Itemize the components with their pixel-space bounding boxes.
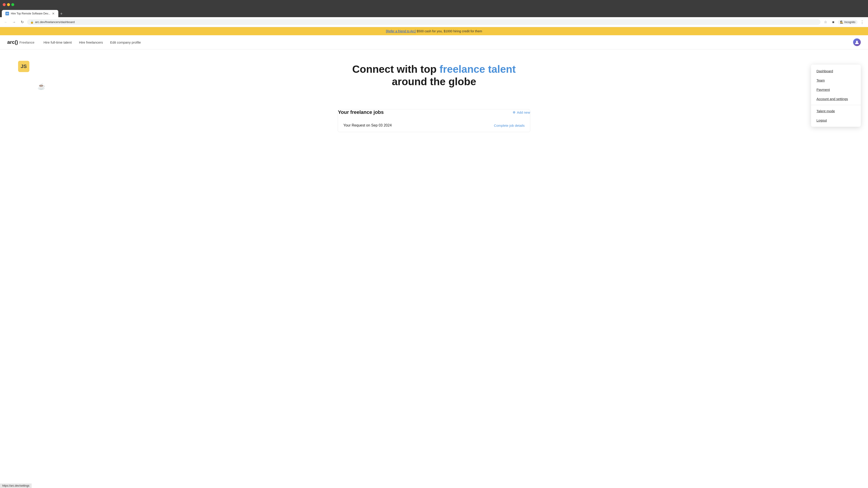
extensions-button[interactable]: ■ (830, 19, 836, 25)
job-title: Your Request on Sep 03 2024 (343, 123, 392, 127)
maximize-window-button[interactable] (11, 3, 14, 6)
logo-arc-text: arc() (7, 39, 18, 45)
jobs-card: Your freelance jobs ⊕ Add new Your Reque… (338, 109, 530, 132)
svg-point-0 (856, 41, 858, 42)
jobs-header: Your freelance jobs ⊕ Add new (338, 109, 530, 119)
window-controls (3, 3, 14, 6)
user-dropdown-menu: Dashboard Team Payment Account and setti… (811, 65, 861, 127)
minimize-window-button[interactable] (7, 3, 10, 6)
dropdown-item-logout[interactable]: Logout (811, 116, 861, 125)
complete-job-details-link[interactable]: Complete job details (494, 124, 525, 127)
hero-text-line2: around the globe (392, 76, 476, 88)
back-button[interactable]: ← (3, 19, 9, 25)
close-window-button[interactable] (3, 3, 6, 6)
dropdown-item-talent-mode[interactable]: Talent mode (811, 106, 861, 116)
tab-title: Hire Top Remote Software Dev... (11, 12, 50, 15)
new-tab-button[interactable]: + (58, 11, 64, 17)
nav-hire-freelancers[interactable]: Hire freelancers (79, 40, 103, 44)
tab-bar: JS Hire Top Remote Software Dev... ✕ + (0, 9, 868, 17)
browser-titlebar (0, 0, 868, 9)
user-avatar-icon (855, 40, 859, 44)
active-tab[interactable]: JS Hire Top Remote Software Dev... ✕ (2, 10, 58, 17)
js-icon: JS (18, 61, 29, 72)
referral-link[interactable]: [Refer a friend to Arc] (386, 29, 416, 33)
tab-favicon: JS (5, 12, 9, 15)
browser-nav: ← → ↻ 🔒 arc.dev/freelancers/dashboard ☆ … (0, 17, 868, 27)
incognito-icon: 🕵 (840, 21, 843, 24)
incognito-label: Incognito (844, 21, 855, 24)
browser-nav-right: ☆ ■ 🕵 Incognito ⋮ (822, 19, 865, 25)
hero-section: JS ☕ Connect with top freelance talent a… (0, 50, 868, 104)
site-logo[interactable]: arc() Freelance (7, 39, 34, 45)
dropdown-item-account-settings[interactable]: Account and settings (811, 94, 861, 103)
forward-button[interactable]: → (11, 19, 17, 25)
main-nav: Hire full-time talent Hire freelancers E… (43, 40, 853, 44)
add-new-label: Add new (517, 110, 530, 114)
refresh-button[interactable]: ↻ (19, 19, 25, 25)
nav-hire-fulltime[interactable]: Hire full-time talent (43, 40, 72, 44)
address-bar[interactable]: 🔒 arc.dev/freelancers/dashboard (27, 19, 820, 25)
browser-menu-button[interactable]: ⋮ (859, 19, 865, 25)
incognito-badge[interactable]: 🕵 Incognito (838, 20, 858, 24)
dropdown-item-payment[interactable]: Payment (811, 85, 861, 94)
dropdown-item-dashboard[interactable]: Dashboard (811, 66, 861, 76)
nav-edit-company[interactable]: Edit company profile (110, 40, 141, 44)
logo-freelance-label: Freelance (20, 40, 35, 44)
table-row: Your Request on Sep 03 2024 Complete job… (338, 119, 530, 132)
website-content: [Refer a friend to Arc] $500 cash for yo… (0, 27, 868, 138)
ssl-icon: 🔒 (30, 21, 34, 24)
site-header: arc() Freelance Hire full-time talent Hi… (0, 35, 868, 50)
dropdown-divider (811, 105, 861, 105)
url-text: arc.dev/freelancers/dashboard (35, 20, 75, 24)
bookmark-button[interactable]: ☆ (822, 19, 829, 25)
hero-text-prefix: Connect with top (352, 63, 439, 75)
add-new-job-button[interactable]: ⊕ Add new (513, 110, 530, 114)
hero-text-highlight: freelance talent (439, 63, 516, 75)
jobs-section: Your freelance jobs ⊕ Add new Your Reque… (332, 104, 536, 138)
tab-close-button[interactable]: ✕ (52, 12, 55, 15)
hero-heading: Connect with top freelance talent around… (7, 63, 861, 88)
promo-banner: [Refer a friend to Arc] $500 cash for yo… (0, 27, 868, 35)
user-avatar[interactable] (853, 38, 861, 46)
browser-chrome: JS Hire Top Remote Software Dev... ✕ + ←… (0, 0, 868, 27)
plus-icon: ⊕ (513, 110, 516, 114)
jobs-section-title: Your freelance jobs (338, 109, 384, 115)
dropdown-item-team[interactable]: Team (811, 76, 861, 85)
java-icon: ☕ (36, 81, 46, 92)
banner-message: $500 cash for you, $1000 hiring credit f… (416, 29, 482, 33)
